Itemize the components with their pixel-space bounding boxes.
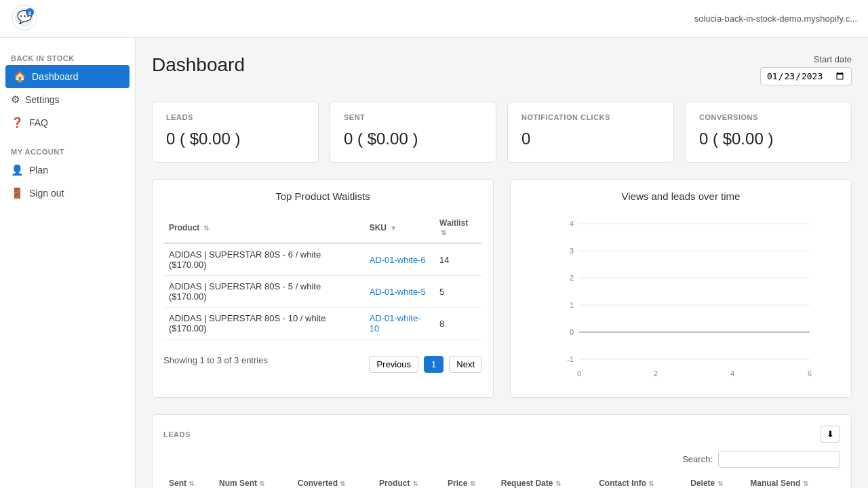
stat-label-sent: SENT <box>344 113 482 121</box>
person-icon: 👤 <box>11 164 24 176</box>
svg-text:4: 4 <box>730 369 734 378</box>
svg-text:3: 3 <box>570 247 574 255</box>
sidebar-item-label: Settings <box>25 94 60 105</box>
col-delete[interactable]: Delete ⇅ <box>685 473 745 488</box>
sidebar-item-plan[interactable]: 👤 Plan <box>0 159 135 182</box>
col-contact-info[interactable]: Contact Info ⇅ <box>593 473 685 488</box>
svg-text:0: 0 <box>577 369 581 378</box>
leads-table: Sent ⇅Num Sent ⇅Converted ⇅Product ⇅Pric… <box>163 473 840 488</box>
stat-value-notif-clicks: 0 <box>521 129 660 148</box>
main-content: Dashboard Start date LEADS 0 ( $0.00 ) S… <box>136 38 868 488</box>
sidebar-item-dashboard[interactable]: 🏠 Dashboard <box>5 65 130 88</box>
stat-card-notification-clicks: NOTIFICATION CLICKS 0 <box>507 102 674 163</box>
start-date-input[interactable] <box>760 67 852 85</box>
col-request-date[interactable]: Request Date ⇅ <box>496 473 593 488</box>
stat-value-leads: 0 ( $0.00 ) <box>166 129 304 148</box>
col-product[interactable]: Product ⇅ <box>374 473 442 488</box>
pagination-controls: Previous 1 Next <box>369 356 482 373</box>
waitlist-cell: 5 <box>434 276 482 308</box>
waitlist-cell: 14 <box>434 243 482 276</box>
sku-cell[interactable]: AD-01-white-5 <box>364 276 434 308</box>
sort-icon-product: ⇅ <box>203 224 209 232</box>
chart-area: 4 3 2 1 0 -1 0 2 4 6 <box>521 210 840 386</box>
faq-icon: ❓ <box>11 117 24 129</box>
svg-text:-1: -1 <box>567 355 574 363</box>
stat-cards: LEADS 0 ( $0.00 ) SENT 0 ( $0.00 ) NOTIF… <box>152 102 852 163</box>
waitlists-panel: Top Product Waitlists Product ⇅ SKU ▼ <box>152 179 494 398</box>
stat-label-conversions: CONVERSIONS <box>699 113 837 121</box>
sort-icon-waitlist: ⇅ <box>441 229 446 237</box>
sort-icon-sku: ▼ <box>390 224 397 232</box>
start-date-label: Start date <box>814 54 852 64</box>
home-icon: 🏠 <box>14 70 26 83</box>
col-manual-send[interactable]: Manual Send ⇅ <box>745 473 840 488</box>
svg-text:0: 0 <box>570 328 574 336</box>
waitlists-table: Product ⇅ SKU ▼ Waitlist ⇅ <box>163 213 482 340</box>
sidebar-section-my-account: MY ACCOUNT <box>0 142 135 159</box>
sidebar-item-label: Dashboard <box>32 71 79 82</box>
page-1-button[interactable]: 1 <box>424 356 443 373</box>
product-cell: ADIDAS | SUPERSTAR 80S - 6 / white ($170… <box>163 243 364 276</box>
waitlists-title: Top Product Waitlists <box>163 190 482 202</box>
topbar: 💬 8 solucia-back-in-stock-demo.myshopify… <box>0 0 868 38</box>
start-date-section: Start date <box>760 54 852 85</box>
middle-panels: Top Product Waitlists Product ⇅ SKU ▼ <box>152 179 852 398</box>
table-row: ADIDAS | SUPERSTAR 80S - 10 / white ($17… <box>163 308 482 340</box>
table-row: ADIDAS | SUPERSTAR 80S - 6 / white ($170… <box>163 243 482 276</box>
search-input[interactable] <box>718 451 840 468</box>
stat-label-leads: LEADS <box>166 113 304 121</box>
logo: 💬 8 <box>11 4 38 33</box>
sku-cell[interactable]: AD-01-white-10 <box>364 308 434 340</box>
chart-title: Views and leads over time <box>521 190 840 202</box>
col-num-sent[interactable]: Num Sent ⇅ <box>214 473 292 488</box>
svg-text:2: 2 <box>654 369 658 378</box>
stat-card-leads: LEADS 0 ( $0.00 ) <box>152 102 319 163</box>
leads-section: LEADS ⬇ Search: Sent ⇅Num Sent ⇅Converte… <box>152 414 852 488</box>
stat-card-sent: SENT 0 ( $0.00 ) <box>330 102 496 163</box>
page-title: Dashboard <box>152 54 245 76</box>
svg-text:8: 8 <box>28 10 32 16</box>
col-product[interactable]: Product ⇅ <box>163 213 364 243</box>
next-button[interactable]: Next <box>449 356 482 373</box>
prev-button[interactable]: Previous <box>369 356 418 373</box>
col-price[interactable]: Price ⇅ <box>442 473 496 488</box>
sidebar-item-signout[interactable]: 🚪 Sign out <box>0 182 135 205</box>
dashboard-header: Dashboard Start date <box>152 54 852 85</box>
signout-icon: 🚪 <box>11 187 24 199</box>
waitlist-cell: 8 <box>434 308 482 340</box>
stat-value-conversions: 0 ( $0.00 ) <box>699 129 837 148</box>
sidebar-item-settings[interactable]: ⚙ Settings <box>0 88 135 111</box>
download-button[interactable]: ⬇ <box>821 426 840 443</box>
settings-icon: ⚙ <box>11 94 20 106</box>
stat-card-conversions: CONVERSIONS 0 ( $0.00 ) <box>685 102 852 163</box>
chart-panel: Views and leads over time 4 3 <box>510 179 852 398</box>
sidebar-item-faq[interactable]: ❓ FAQ <box>0 111 135 134</box>
sidebar-item-label: Plan <box>29 165 48 176</box>
svg-text:1: 1 <box>570 301 574 309</box>
col-converted[interactable]: Converted ⇅ <box>292 473 374 488</box>
product-cell: ADIDAS | SUPERSTAR 80S - 5 / white ($170… <box>163 276 364 308</box>
col-sku[interactable]: SKU ▼ <box>364 213 434 243</box>
chart-svg: 4 3 2 1 0 -1 0 2 4 6 <box>521 210 840 386</box>
stat-label-notif-clicks: NOTIFICATION CLICKS <box>521 113 660 121</box>
stat-value-sent: 0 ( $0.00 ) <box>344 129 482 148</box>
store-url: solucia-back-in-stock-demo.myshopify.c..… <box>694 14 857 24</box>
leads-label: LEADS <box>163 430 191 439</box>
sidebar: BACK IN STOCK 🏠 Dashboard ⚙ Settings ❓ F… <box>0 38 136 488</box>
leads-header: LEADS ⬇ <box>163 426 840 443</box>
table-row: ADIDAS | SUPERSTAR 80S - 5 / white ($170… <box>163 276 482 308</box>
col-sent[interactable]: Sent ⇅ <box>163 473 214 488</box>
sidebar-section-back-in-stock: BACK IN STOCK <box>0 49 135 65</box>
search-row: Search: <box>163 451 840 468</box>
col-waitlist[interactable]: Waitlist ⇅ <box>434 213 482 243</box>
svg-text:2: 2 <box>570 274 574 282</box>
svg-text:4: 4 <box>570 220 574 228</box>
pagination-info: Showing 1 to 3 of 3 entries <box>163 355 268 365</box>
search-label: Search: <box>682 454 713 464</box>
sku-cell[interactable]: AD-01-white-6 <box>364 243 434 276</box>
sidebar-item-label: Sign out <box>29 188 64 199</box>
product-cell: ADIDAS | SUPERSTAR 80S - 10 / white ($17… <box>163 308 364 340</box>
sidebar-item-label: FAQ <box>29 117 48 128</box>
svg-text:6: 6 <box>808 369 812 378</box>
